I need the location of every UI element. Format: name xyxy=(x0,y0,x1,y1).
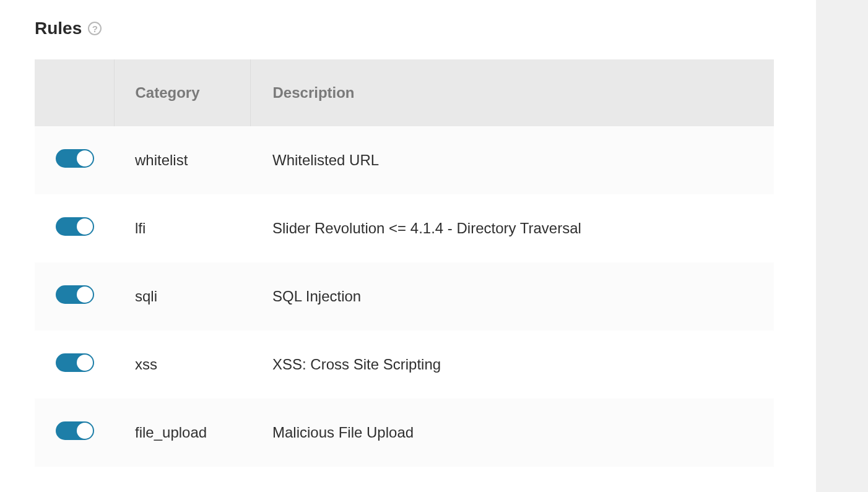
rule-toggle[interactable] xyxy=(56,217,94,236)
rule-toggle[interactable] xyxy=(56,421,94,440)
toggle-knob xyxy=(77,150,93,166)
category-cell: sqli xyxy=(114,262,250,330)
description-cell: SQL Injection xyxy=(250,262,774,330)
toggle-cell xyxy=(35,399,114,467)
toggle-knob xyxy=(77,287,93,303)
toggle-cell xyxy=(35,330,114,399)
col-category-header: Category xyxy=(114,59,250,126)
description-cell: Slider Revolution <= 4.1.4 - Directory T… xyxy=(250,194,774,262)
toggle-knob xyxy=(77,355,93,371)
col-description-header: Description xyxy=(250,59,774,126)
table-header-row: Category Description xyxy=(35,59,774,126)
table-row: sqli SQL Injection xyxy=(35,262,774,330)
rule-toggle[interactable] xyxy=(56,285,94,304)
rule-toggle[interactable] xyxy=(56,353,94,372)
category-cell: file_upload xyxy=(114,399,250,467)
category-cell: xss xyxy=(114,330,250,399)
toggle-knob xyxy=(77,218,93,235)
description-cell: Whitelisted URL xyxy=(250,126,774,194)
category-cell: whitelist xyxy=(114,126,250,194)
section-header: Rules ? xyxy=(35,19,816,38)
table-row: lfi Slider Revolution <= 4.1.4 - Directo… xyxy=(35,194,774,262)
table-row: xss XSS: Cross Site Scripting xyxy=(35,330,774,399)
description-cell: XSS: Cross Site Scripting xyxy=(250,330,774,399)
category-cell: lfi xyxy=(114,194,250,262)
table-row: file_upload Malicious File Upload xyxy=(35,399,774,467)
toggle-knob xyxy=(77,423,93,439)
description-cell: Malicious File Upload xyxy=(250,399,774,467)
toggle-cell xyxy=(35,126,114,194)
rules-table: Category Description whitelist Whitelist… xyxy=(35,59,774,467)
table-row: whitelist Whitelisted URL xyxy=(35,126,774,194)
section-title: Rules xyxy=(35,19,82,38)
toggle-cell xyxy=(35,194,114,262)
toggle-cell xyxy=(35,262,114,330)
col-toggle-header xyxy=(35,59,114,126)
rule-toggle[interactable] xyxy=(56,149,94,168)
help-icon[interactable]: ? xyxy=(88,22,102,35)
rules-panel: Rules ? Category Description whitelist W… xyxy=(0,0,816,492)
